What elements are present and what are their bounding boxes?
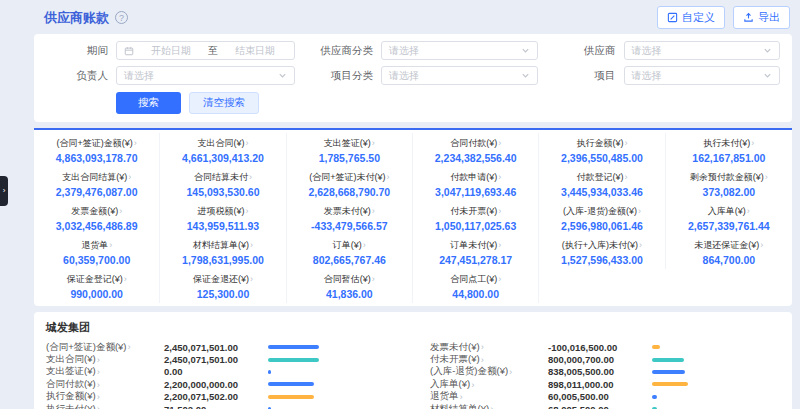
project-category-label: 项目分类 [311,69,373,83]
metric-row[interactable]: 支出签证(¥)0.00 [46,366,396,378]
stat-label: 保证金登记(¥) [67,273,123,286]
stat-card[interactable]: (合同+签证)金额(¥)4,863,093,178.70 [34,133,160,167]
stat-label: 支出签证(¥) [324,137,371,150]
stat-card[interactable]: 支出合同(¥)4,661,309,413.20 [160,133,286,167]
stat-label: 订单(¥) [333,239,362,252]
stat-value: 4,863,093,178.70 [37,152,156,164]
metric-row[interactable]: 入库单(¥)898,011,000.00 [430,378,780,390]
metric-bar [652,395,657,399]
metric-label: (合同+签证)金额(¥) [46,341,127,354]
stat-card[interactable]: 发票未付(¥)-433,479,566.57 [287,201,413,235]
project-placeholder: 请选择 [632,69,662,83]
stat-card[interactable]: 合同点工(¥)44,800.00 [413,269,539,303]
supplier-category-select[interactable]: 请选择 [381,41,537,60]
calendar-icon [124,46,134,56]
chevron-right-icon [245,139,248,148]
project-category-select[interactable]: 请选择 [381,66,537,85]
chevron-right-icon [97,367,100,377]
search-button[interactable]: 搜索 [116,92,181,114]
stat-label: 支出合同结算(¥) [62,171,127,184]
stat-card[interactable]: 未退还保证金(¥)864,700.00 [666,235,792,269]
group-left-column: (合同+签证)金额(¥)2,450,071,501.00 支出合同(¥)2,45… [46,341,396,409]
chevron-left-icon [3,187,6,195]
stat-label: 付款申请(¥) [450,171,497,184]
stat-card[interactable]: 执行未付(¥)162,167,851.00 [666,133,792,167]
metric-row[interactable]: 执行金额(¥)2,200,071,502.00 [46,391,396,403]
stat-card[interactable]: 保证金登记(¥)990,000.00 [34,269,160,303]
stat-label: 合同结算未付 [194,171,248,184]
stats-panel: (合同+签证)金额(¥)4,863,093,178.70 支出合同(¥)4,66… [34,128,792,306]
chevron-right-icon [372,139,375,148]
stat-card[interactable]: (合同+签证)未付(¥)2,628,668,790.70 [287,167,413,201]
metric-row[interactable]: 执行未付(¥)71,502.00 [46,403,396,409]
export-button[interactable]: 导出 [733,6,790,29]
stat-card[interactable]: 合同暂估(¥)41,836.00 [287,269,413,303]
chevron-right-icon [751,139,754,148]
stat-card[interactable]: 材料结算单(¥)1,798,631,995.00 [160,235,286,269]
chevron-right-icon [134,139,137,148]
stat-label: 合同暂估(¥) [324,273,371,286]
metric-label: (入库-退货)金额(¥) [430,365,508,378]
stat-value: 3,445,934,033.46 [542,186,661,198]
stat-value: 3,032,456,486.89 [37,220,156,232]
stat-value: 143,959,511.93 [163,220,282,232]
stat-value: 2,657,339,761.44 [669,220,789,232]
stat-card[interactable]: 付款申请(¥)3,047,119,693.46 [413,167,539,201]
chevron-down-icon [521,71,530,80]
stat-label: 合同付款(¥) [450,137,497,150]
owner-select[interactable]: 请选择 [116,66,295,85]
metric-row[interactable]: 退货单60,005,500.00 [430,391,780,403]
customize-button[interactable]: 自定义 [657,6,725,29]
stat-value: 1,050,117,025.63 [416,220,535,232]
chevron-right-icon [109,241,112,250]
chevron-right-icon [372,207,375,216]
start-date-placeholder: 开始日期 [139,44,203,58]
chevron-right-icon [97,392,100,402]
stat-card[interactable]: 订单(¥)802,665,767.46 [287,235,413,269]
stat-card[interactable]: 付未开票(¥)1,050,117,025.63 [413,201,539,235]
stat-card[interactable]: 执行金额(¥)2,396,550,485.00 [539,133,665,167]
chevron-right-icon [490,404,493,409]
metric-row[interactable]: 合同付款(¥)2,200,000,000.00 [46,378,396,390]
stat-card[interactable]: 入库单(¥)2,657,339,761.44 [666,201,792,235]
metric-row[interactable]: (合同+签证)金额(¥)2,450,071,501.00 [46,341,396,353]
stat-label: 进项税额(¥) [197,205,244,218]
stat-label: 订单未付(¥) [450,239,497,252]
stat-value: 41,836.00 [290,288,409,300]
metric-row[interactable]: 支出合同(¥)2,450,071,501.00 [46,353,396,365]
stat-card[interactable]: 保证金退还(¥)125,300.00 [160,269,286,303]
chevron-right-icon [498,173,501,182]
end-date-placeholder: 结束日期 [223,44,287,58]
chevron-right-icon [124,275,127,284]
supplier-category-placeholder: 请选择 [389,44,419,58]
stat-label: 合同点工(¥) [450,273,497,286]
stat-card[interactable]: 订单未付(¥)247,451,278.17 [413,235,539,269]
stat-card[interactable]: 剩余预付款金额(¥)373,082.00 [666,167,792,201]
metric-row[interactable]: 付未开票(¥)800,000,700.00 [430,353,780,365]
stat-card[interactable]: 支出签证(¥)1,785,765.50 [287,133,413,167]
metric-row[interactable]: 材料结算单(¥)68,005,500.00 [430,403,780,409]
metric-row[interactable]: 发票未付(¥)-100,016,500.00 [430,341,780,353]
metric-row[interactable]: (入库-退货)金额(¥)838,005,500.00 [430,366,780,378]
stat-label: 退货单 [81,239,108,252]
stat-card[interactable]: 退货单60,359,700.00 [34,235,160,269]
stat-card[interactable]: 发票金额(¥)3,032,456,486.89 [34,201,160,235]
stat-card[interactable]: (入库-退货)金额(¥)2,596,980,061.46 [539,201,665,235]
stat-card[interactable]: 合同结算未付145,093,530.60 [160,167,286,201]
help-icon[interactable] [115,11,128,24]
period-date-range-input[interactable]: 开始日期 至 结束日期 [116,41,295,60]
stat-card[interactable]: 合同付款(¥)2,234,382,556.40 [413,133,539,167]
clear-search-button[interactable]: 清空搜索 [189,92,259,114]
metric-value: -100,016,500.00 [548,342,652,353]
stat-card[interactable]: 进项税额(¥)143,959,511.93 [160,201,286,235]
stat-card[interactable]: 支出合同结算(¥)2,379,476,087.00 [34,167,160,201]
supplier-select[interactable]: 请选择 [624,41,780,60]
stat-card[interactable]: 付款登记(¥)3,445,934,033.46 [539,167,665,201]
project-category-placeholder: 请选择 [389,69,419,83]
project-select[interactable]: 请选择 [624,66,780,85]
stat-card[interactable]: (执行+入库)未付(¥)1,527,596,433.00 [539,235,665,269]
stat-label: 发票金额(¥) [71,205,118,218]
drawer-handle[interactable] [0,176,8,206]
chevron-right-icon [509,367,512,377]
page-title: 供应商账款 [44,9,109,27]
